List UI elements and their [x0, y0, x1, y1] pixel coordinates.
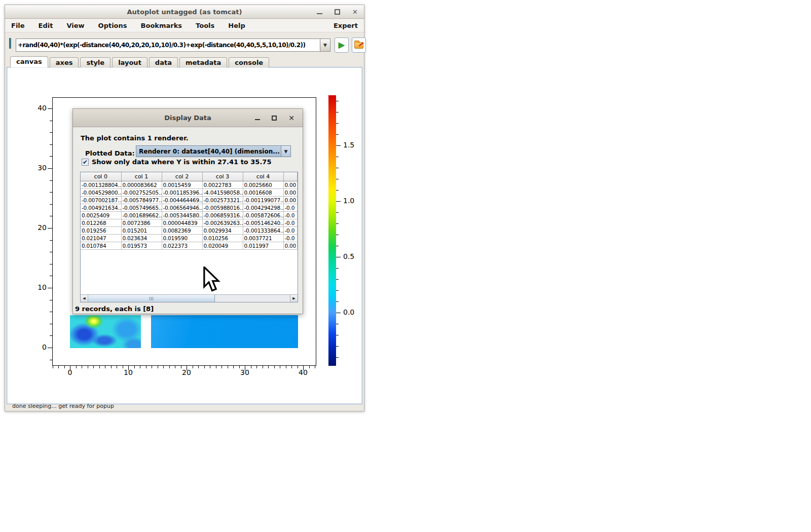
table-cell[interactable]: -0.001199077...	[243, 196, 283, 204]
table-cell[interactable]: 0.0082369	[162, 226, 202, 234]
table-cell[interactable]: 0.0037721	[243, 234, 283, 242]
uri-input[interactable]	[16, 39, 320, 52]
table-cell[interactable]: -0.005988016...	[202, 204, 243, 211]
colorbar[interactable]	[328, 95, 336, 366]
menu-bookmarks[interactable]: Bookmarks	[141, 22, 182, 29]
table-cell[interactable]: -0.0	[283, 234, 298, 242]
tab-data[interactable]: data	[149, 57, 178, 67]
menu-help[interactable]: Help	[228, 22, 245, 29]
table-cell[interactable]: -0.005749665...	[121, 204, 162, 211]
heatmap-region-right[interactable]	[151, 315, 298, 348]
table-cell[interactable]: 0.0015459	[162, 181, 202, 188]
table-cell[interactable]: 0.010256	[202, 234, 243, 242]
table-column-header[interactable]: col 1	[121, 172, 162, 181]
table-cell[interactable]: 0.019256	[81, 226, 121, 234]
table-cell[interactable]: -0.001689662...	[121, 211, 162, 219]
table-cell[interactable]: 0.015201	[121, 226, 162, 234]
table-cell[interactable]: -0.006859316...	[202, 211, 243, 219]
scroll-left-button[interactable]: ◀	[81, 295, 88, 302]
data-table-viewport[interactable]: col 0col 1col 2col 3col 4 -0.001328804..…	[81, 172, 298, 294]
combo-arrow-button[interactable]: ▼	[281, 146, 290, 157]
table-cell[interactable]: -0.002573321...	[202, 196, 243, 204]
close-icon[interactable]: ✕	[352, 9, 358, 15]
table-cell[interactable]: 0.0072386	[121, 219, 162, 226]
table-cell[interactable]: 0.022373	[162, 242, 202, 249]
table-cell[interactable]: -0.005146240...	[243, 219, 283, 226]
menu-options[interactable]: Options	[98, 22, 127, 29]
horizontal-scrollbar[interactable]: ◀ ▶	[81, 294, 298, 302]
table-cell[interactable]: 0.0025409	[81, 211, 121, 219]
table-cell[interactable]: -0.005344580...	[162, 211, 202, 219]
menu-view[interactable]: View	[66, 22, 84, 29]
table-cell[interactable]: -0.002639263...	[202, 219, 243, 226]
go-button[interactable]: ▶	[335, 37, 349, 53]
table-row[interactable]: 0.0122680.00723860.000044839-0.002639263…	[81, 219, 298, 226]
table-cell[interactable]: -0.005784977...	[121, 196, 162, 204]
heatmap-region-left[interactable]	[70, 315, 141, 348]
scrollbar-thumb[interactable]	[88, 295, 215, 302]
table-cell[interactable]: 0.011997	[243, 242, 283, 249]
table-cell[interactable]: 0.000044839	[162, 219, 202, 226]
table-cell[interactable]: 0.0025660	[243, 181, 283, 188]
table-cell[interactable]: 0.019590	[162, 234, 202, 242]
table-cell[interactable]: -0.001333864...	[243, 226, 283, 234]
table-cell[interactable]: -0.0	[283, 219, 298, 226]
dialog-minimize-icon[interactable]	[255, 117, 260, 120]
maximize-icon[interactable]	[335, 9, 340, 15]
table-cell[interactable]: 0.00	[283, 188, 298, 196]
table-cell[interactable]: 0.021047	[81, 234, 121, 242]
table-cell[interactable]: -0.004294298...	[243, 204, 283, 211]
tab-layout[interactable]: layout	[112, 57, 148, 67]
table-cell[interactable]: 0.0022783	[202, 181, 243, 188]
table-cell[interactable]: 0.000083662	[121, 181, 162, 188]
table-cell[interactable]: 0.00	[283, 242, 298, 249]
table-cell[interactable]: 0.020049	[202, 242, 243, 249]
table-cell[interactable]: 0.019573	[121, 242, 162, 249]
table-cell[interactable]: -0.001328804...	[81, 181, 121, 188]
table-column-header[interactable]: col 2	[162, 172, 202, 181]
table-row[interactable]: 0.0107840.0195730.0223730.0200490.011997…	[81, 242, 298, 249]
table-row[interactable]: -0.004529800...-0.002752505...-0.0011853…	[81, 188, 298, 196]
open-file-button[interactable]	[352, 37, 366, 53]
tab-axes[interactable]: axes	[50, 57, 79, 67]
menu-tools[interactable]: Tools	[196, 22, 214, 29]
table-cell[interactable]: -0.006564946...	[162, 204, 202, 211]
table-cell[interactable]: 0.00	[283, 181, 298, 188]
table-row[interactable]: 0.0025409-0.001689662...-0.005344580...-…	[81, 211, 298, 219]
table-row[interactable]: 0.0210470.0236340.0195900.0102560.003772…	[81, 234, 298, 242]
table-cell[interactable]: -0.004921634...	[81, 204, 121, 211]
table-cell[interactable]: -0.007002187...	[81, 196, 121, 204]
table-cell[interactable]: 0.012268	[81, 219, 121, 226]
table-row[interactable]: -0.001328804...0.0000836620.00154590.002…	[81, 181, 298, 188]
table-cell[interactable]: -0.005872606...	[243, 211, 283, 219]
table-column-header[interactable]: col 4	[243, 172, 283, 181]
table-column-header[interactable]	[283, 172, 298, 181]
scroll-right-button[interactable]: ▶	[290, 295, 298, 302]
table-cell[interactable]: -0.004464469...	[162, 196, 202, 204]
tab-canvas[interactable]: canvas	[10, 56, 48, 67]
table-cell[interactable]: 0.0016608	[243, 188, 283, 196]
dialog-maximize-icon[interactable]	[272, 116, 277, 121]
table-cell[interactable]: -0.0	[283, 226, 298, 234]
table-cell[interactable]: 0.010784	[81, 242, 121, 249]
table-cell[interactable]: -0.0	[283, 204, 298, 211]
table-cell[interactable]: 0.0029934	[202, 226, 243, 234]
title-bar[interactable]: Autoplot untagged (as tomcat) ✕	[5, 5, 364, 19]
minimize-icon[interactable]	[317, 10, 322, 14]
tab-metadata[interactable]: metadata	[179, 57, 227, 67]
uri-history-dropdown-button[interactable]: ▼	[320, 39, 330, 52]
tab-console[interactable]: console	[229, 57, 269, 67]
dialog-close-icon[interactable]: ✕	[288, 116, 294, 121]
table-cell[interactable]: -0.001185396...	[162, 188, 202, 196]
dialog-title-bar[interactable]: Display Data ✕	[73, 109, 303, 127]
table-cell[interactable]: -0.002752505...	[121, 188, 162, 196]
table-cell[interactable]: -4.041598058...	[202, 188, 243, 196]
table-column-header[interactable]: col 3	[202, 172, 243, 181]
table-row[interactable]: -0.004921634...-0.005749665...-0.0065649…	[81, 204, 298, 211]
table-row[interactable]: -0.007002187...-0.005784977...-0.0044644…	[81, 196, 298, 204]
table-cell[interactable]: 0.023634	[121, 234, 162, 242]
expert-mode-label[interactable]: Expert	[334, 22, 358, 29]
table-cell[interactable]: -0.004529800...	[81, 188, 121, 196]
menu-edit[interactable]: Edit	[39, 22, 53, 29]
tab-style[interactable]: style	[80, 57, 110, 67]
